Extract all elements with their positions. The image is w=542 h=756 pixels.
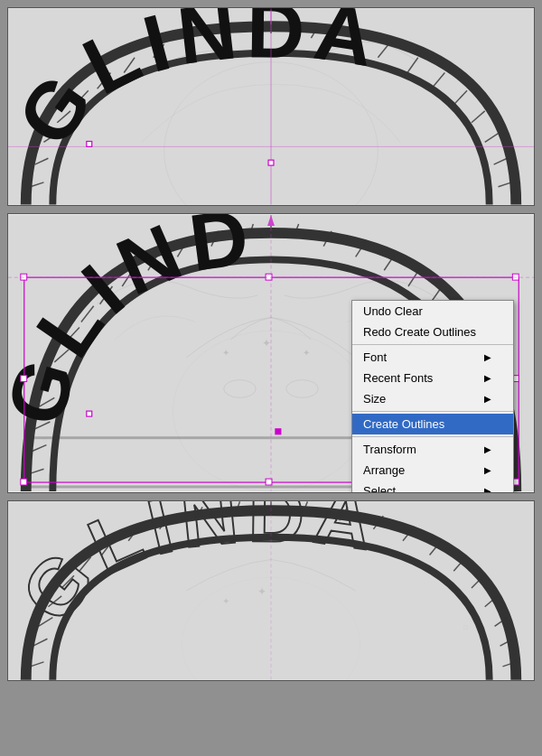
font-arrow-icon: ▶ [484, 352, 491, 362]
mid-panel: ✦ ✦ ✦ ○ ○ ○ [7, 213, 535, 493]
menu-label-undo-clear: Undo Clear [363, 304, 423, 318]
canvas-area: GLINDA [0, 0, 542, 756]
menu-item-select[interactable]: Select ▶ [352, 481, 513, 493]
svg-text:✦: ✦ [222, 596, 229, 606]
svg-rect-6 [87, 141, 92, 146]
menu-item-undo-clear[interactable]: Undo Clear [352, 301, 513, 322]
top-panel: GLINDA [7, 7, 535, 206]
svg-rect-22 [21, 274, 27, 280]
svg-rect-30 [87, 411, 92, 416]
menu-label-select: Select [363, 484, 396, 493]
menu-label-create-outlines: Create Outlines [363, 417, 444, 431]
recent-fonts-arrow-icon: ▶ [484, 373, 491, 383]
context-menu[interactable]: Undo Clear Redo Create Outlines Font ▶ R… [351, 300, 514, 493]
svg-rect-7 [268, 160, 274, 165]
svg-text:✦: ✦ [257, 585, 266, 598]
menu-item-redo-create-outlines[interactable]: Redo Create Outlines [352, 322, 513, 342]
menu-label-redo: Redo Create Outlines [363, 325, 476, 339]
menu-label-size: Size [363, 392, 386, 406]
menu-item-arrange[interactable]: Arrange ▶ [352, 460, 513, 481]
menu-item-recent-fonts[interactable]: Recent Fonts ▶ [352, 368, 513, 388]
menu-separator-3 [352, 436, 513, 437]
svg-text:✦: ✦ [303, 348, 310, 358]
menu-item-transform[interactable]: Transform ▶ [352, 439, 513, 460]
bot-panel: ✦ ✦ ○ ○ [7, 500, 535, 681]
menu-separator-1 [352, 344, 513, 345]
svg-rect-27 [21, 479, 27, 485]
size-arrow-icon: ▶ [484, 394, 491, 404]
select-arrow-icon: ▶ [484, 486, 491, 493]
menu-item-font[interactable]: Font ▶ [352, 347, 513, 368]
menu-label-recent-fonts: Recent Fonts [363, 371, 433, 385]
menu-item-size[interactable]: Size ▶ [352, 388, 513, 409]
menu-label-arrange: Arrange [363, 463, 405, 477]
svg-text:✦: ✦ [262, 337, 271, 350]
svg-text:○: ○ [463, 621, 469, 633]
svg-rect-24 [512, 274, 519, 280]
menu-item-create-outlines[interactable]: Create Outlines [352, 414, 513, 434]
menu-separator-2 [352, 411, 513, 412]
transform-arrow-icon: ▶ [484, 444, 491, 454]
svg-rect-25 [21, 376, 27, 382]
svg-text:✦: ✦ [222, 348, 229, 358]
arrange-arrow-icon: ▶ [484, 465, 491, 475]
menu-label-font: Font [363, 350, 387, 364]
svg-rect-31 [276, 429, 281, 434]
menu-label-transform: Transform [363, 443, 416, 456]
